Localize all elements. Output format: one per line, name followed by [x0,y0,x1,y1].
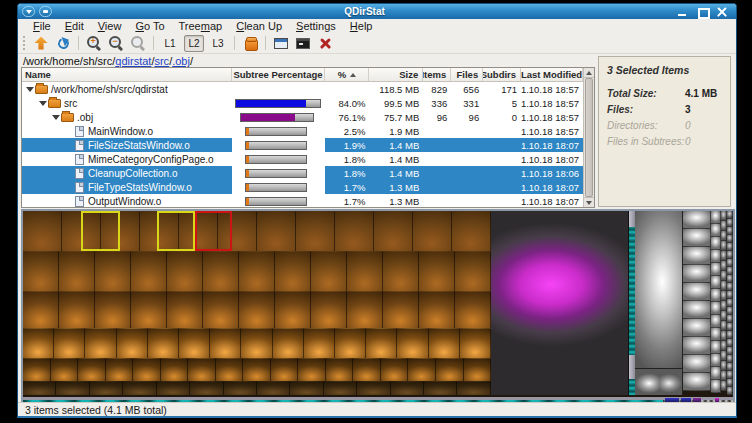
treemap-tile[interactable] [239,251,275,291]
treemap-tile[interactable] [727,283,733,291]
treemap-tile[interactable] [311,291,347,328]
minimize-button[interactable] [677,7,688,17]
treemap-tile[interactable] [711,367,721,380]
treemap-tile[interactable] [727,387,733,395]
treemap-tile[interactable] [419,291,455,328]
treemap-tile[interactable] [711,250,721,263]
breadcrumb-link-qdirstat[interactable]: qdirstat [115,55,151,67]
treemap-tile[interactable] [711,211,721,224]
treemap-tile[interactable] [374,211,413,251]
treemap-tile[interactable] [59,251,95,291]
treemap-tile[interactable] [131,251,167,291]
treemap-tile[interactable] [727,227,733,235]
treemap-tile[interactable] [23,211,62,251]
treemap-tile[interactable] [455,291,491,328]
menu-item-clean-up[interactable]: Clean Up [229,20,289,32]
treemap-tile[interactable] [436,358,464,381]
menu-item-settings[interactable]: Settings [289,20,343,32]
treemap-tile[interactable] [452,211,491,251]
treemap-tile[interactable] [711,237,721,250]
treemap-tile[interactable] [413,211,452,251]
treemap-tile[interactable] [727,339,733,347]
column-header-percent[interactable]: % [325,68,369,81]
column-header-files[interactable]: Files [451,68,483,81]
treemap-tile[interactable] [95,291,131,328]
treemap-tile[interactable] [357,381,390,395]
treemap-tile[interactable] [397,328,428,358]
treemap-tile[interactable] [347,251,383,291]
table-row[interactable]: MainWindow.o2.5%1.9 MB21.10.18 18:57 [22,124,583,138]
treemap-tile[interactable] [275,291,311,328]
treemap-tile[interactable] [391,381,424,395]
treemap-tile[interactable] [419,251,455,291]
treemap-tile[interactable] [239,291,275,328]
treemap-tile[interactable] [54,328,85,358]
treemap-tile[interactable] [711,380,721,393]
treemap-canvas[interactable] [23,211,733,403]
treemap-tile[interactable] [464,358,492,381]
window-shade-button[interactable] [39,6,52,17]
treemap-tile[interactable] [424,381,457,395]
column-header-items[interactable]: Items [423,68,451,81]
treemap-tile[interactable] [23,291,59,328]
treemap-tile[interactable] [683,319,711,337]
treemap-tile[interactable] [179,328,210,358]
scroll-down-button[interactable] [584,197,594,207]
zoom-reset-button[interactable] [129,35,147,52]
treemap-tile[interactable] [133,358,161,381]
maximize-button[interactable] [697,7,708,17]
file-stats-window-button[interactable] [272,35,290,52]
treemap-tile[interactable] [683,337,711,355]
menu-item-go-to[interactable]: Go To [128,20,171,32]
treemap-tile[interactable] [157,381,190,395]
treemap-tile[interactable] [224,381,257,395]
breadcrumb-link-src[interactable]: src [154,55,169,67]
treemap-tile[interactable] [460,328,491,358]
treemap-tile[interactable] [241,328,272,358]
expand-arrow-icon[interactable] [38,101,47,106]
treemap-tile[interactable] [455,251,491,291]
table-row[interactable]: MimeCategoryConfigPage.o1.8%1.4 MB21.10.… [22,152,583,166]
treemap-tile[interactable] [727,323,733,331]
table-row[interactable]: FileSizeStatsWindow.o1.9%1.4 MB21.10.18 … [22,138,583,152]
treemap-tile[interactable] [106,358,134,381]
refresh-button[interactable] [54,35,72,52]
treemap-tile[interactable] [727,235,733,243]
treemap-tile[interactable] [383,251,419,291]
treemap-tile[interactable] [408,358,436,381]
treemap-tile[interactable] [56,381,89,395]
treemap-level-2-button[interactable]: L2 [184,35,204,52]
treemap-tile[interactable] [78,358,106,381]
treemap-tile[interactable] [90,381,123,395]
treemap-tile[interactable] [727,267,733,275]
title-bar[interactable]: QDirStat [18,4,736,19]
treemap-tile[interactable] [161,358,189,381]
menu-item-help[interactable]: Help [343,20,380,32]
treemap-tile[interactable] [727,259,733,267]
treemap-tile[interactable] [324,381,357,395]
treemap-tile[interactable] [59,291,95,328]
treemap-tile[interactable] [727,275,733,283]
treemap-tile[interactable] [203,251,239,291]
treemap-tile[interactable] [683,301,711,319]
treemap-tile[interactable] [257,211,296,251]
treemap-tile[interactable] [148,328,179,358]
treemap-tile[interactable] [711,276,721,289]
breadcrumb-link-obj[interactable]: .obj [172,55,190,67]
table-row[interactable]: src84.0%99.5 MB336331521.10.18 18:57 [22,96,583,110]
treemap-tile[interactable] [683,355,711,373]
treemap-tile[interactable] [366,328,397,358]
treemap-tile[interactable] [304,328,335,358]
treemap-tile[interactable] [123,381,156,395]
treemap[interactable] [21,209,735,405]
treemap-tile[interactable] [457,381,490,395]
zoom-in-button[interactable]: + [85,35,103,52]
treemap-tile[interactable] [727,291,733,299]
treemap-tile[interactable] [243,358,271,381]
treemap-tile[interactable] [683,247,711,265]
treemap-tile[interactable] [298,358,326,381]
treemap-tile[interactable] [167,251,203,291]
treemap-tile[interactable] [727,251,733,259]
treemap-tile[interactable] [190,381,223,395]
treemap-tile[interactable] [381,358,409,381]
